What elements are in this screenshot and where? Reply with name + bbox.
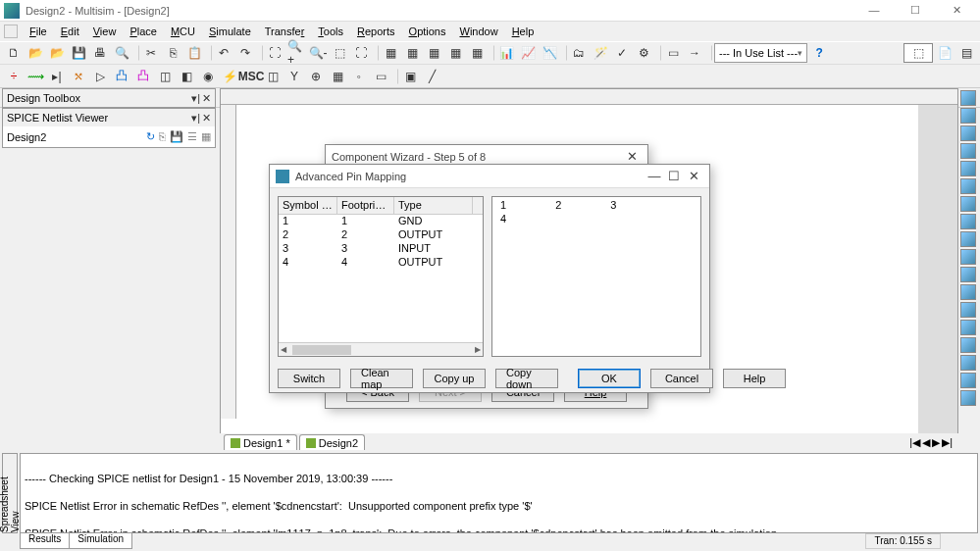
ivanalyzer-icon[interactable] bbox=[960, 267, 976, 282]
menu-mcu[interactable]: MCU bbox=[165, 24, 201, 39]
menu-options[interactable]: Options bbox=[403, 24, 452, 39]
logicconverter-icon[interactable] bbox=[960, 249, 976, 265]
netlist-design-item[interactable]: Design2 bbox=[7, 131, 46, 143]
logicanalyzer-icon[interactable] bbox=[960, 231, 976, 247]
wizard-icon[interactable]: 🪄 bbox=[591, 43, 610, 63]
excel-icon[interactable]: 📊 bbox=[496, 43, 516, 63]
electromech-icon[interactable]: ⊕ bbox=[306, 67, 326, 86]
connector-icon[interactable]: ◦ bbox=[349, 67, 369, 86]
labview-icon[interactable] bbox=[960, 373, 976, 388]
palette-icon[interactable]: ▦ bbox=[201, 130, 211, 143]
output-log[interactable]: ------ Checking SPICE netlist for Design… bbox=[20, 453, 978, 533]
sheet4-icon[interactable]: ▦ bbox=[445, 43, 465, 63]
ttl-icon[interactable]: 凸 bbox=[112, 67, 131, 86]
new-icon[interactable]: 🗋 bbox=[4, 43, 24, 63]
ni-icon[interactable]: ▦ bbox=[328, 67, 347, 86]
tab-design1[interactable]: Design1 * bbox=[224, 434, 297, 450]
dialog-close-icon[interactable]: ✕ bbox=[622, 149, 642, 164]
tab-simulation[interactable]: Simulation bbox=[69, 533, 132, 549]
table-row[interactable]: 11GND bbox=[279, 215, 483, 228]
multimeter-icon[interactable] bbox=[960, 90, 976, 106]
postproc-icon[interactable]: 📉 bbox=[540, 43, 559, 63]
ok-button[interactable]: OK bbox=[578, 369, 641, 388]
mixed-icon[interactable]: ◧ bbox=[177, 67, 196, 86]
table-row[interactable]: 22OUTPUT bbox=[279, 228, 483, 242]
tab-last-icon[interactable]: ▶| bbox=[942, 436, 953, 449]
sheet2-icon[interactable]: ▦ bbox=[402, 43, 422, 63]
open-icon[interactable]: 📂 bbox=[26, 43, 45, 63]
copy-down-button[interactable]: Copy down bbox=[495, 369, 558, 388]
cmos-icon[interactable]: 凸 bbox=[133, 67, 153, 86]
table-row[interactable]: 33INPUT bbox=[279, 242, 483, 256]
indicator-icon[interactable]: ◉ bbox=[198, 67, 218, 86]
panel-pin-icon[interactable]: ▾| bbox=[191, 112, 200, 125]
menu-place[interactable]: Place bbox=[124, 24, 163, 39]
help-icon[interactable]: ? bbox=[809, 43, 829, 63]
menu-help[interactable]: Help bbox=[506, 24, 541, 39]
mcu2-icon[interactable]: ▭ bbox=[371, 67, 390, 86]
bode-icon[interactable] bbox=[960, 178, 976, 194]
help-button[interactable]: Help bbox=[723, 369, 786, 388]
find-icon[interactable]: ☰ bbox=[187, 130, 197, 143]
tab-prev-icon[interactable]: ◀ bbox=[922, 436, 930, 449]
menu-reports[interactable]: Reports bbox=[351, 24, 401, 39]
ultiboard-icon[interactable]: ▭ bbox=[663, 43, 683, 63]
tab-next-icon[interactable]: ▶ bbox=[932, 436, 940, 449]
panel-pin-icon[interactable]: ▾| bbox=[191, 92, 200, 105]
maximize-icon[interactable]: ☐ bbox=[902, 4, 929, 17]
tab-design2[interactable]: Design2 bbox=[299, 434, 365, 450]
source-icon[interactable]: ÷ bbox=[4, 67, 24, 86]
current-probe-icon[interactable] bbox=[960, 390, 976, 406]
doc-icon[interactable]: 📄 bbox=[935, 43, 954, 63]
trigger-icon[interactable]: ⬚ bbox=[903, 43, 933, 63]
scope4ch-icon[interactable] bbox=[960, 161, 976, 176]
menu-file[interactable]: File bbox=[24, 24, 53, 39]
oscilloscope-icon[interactable] bbox=[960, 143, 976, 159]
table-row[interactable]: 44OUTPUT bbox=[279, 256, 483, 270]
forward-annotate-icon[interactable]: → bbox=[685, 43, 704, 63]
tek-icon[interactable] bbox=[960, 355, 976, 371]
zoomout-icon[interactable]: 🔍- bbox=[308, 43, 328, 63]
wordgen-icon[interactable] bbox=[960, 214, 976, 229]
analog-icon[interactable]: ▷ bbox=[90, 67, 110, 86]
tab-first-icon[interactable]: |◀ bbox=[909, 436, 920, 449]
clean-map-button[interactable]: Clean map bbox=[350, 369, 413, 388]
sheet5-icon[interactable]: ▦ bbox=[467, 43, 487, 63]
save2-icon[interactable]: 💾 bbox=[170, 130, 183, 143]
tab-results[interactable]: Results bbox=[20, 533, 70, 549]
rf-icon[interactable]: Y bbox=[284, 67, 304, 86]
db-icon[interactable]: 🗂 bbox=[569, 43, 589, 63]
distortion-icon[interactable] bbox=[960, 284, 976, 300]
pin-mapping-table[interactable]: Symbol pins Footprint ... Type 11GND 22O… bbox=[278, 196, 484, 357]
zoomarea-icon[interactable]: ⬚ bbox=[330, 43, 349, 63]
copy-up-button[interactable]: Copy up bbox=[423, 369, 486, 388]
grapher-icon[interactable]: 📈 bbox=[518, 43, 538, 63]
zoomin-icon[interactable]: 🔍+ bbox=[286, 43, 306, 63]
misc-icon[interactable]: MSC bbox=[241, 67, 261, 86]
sheet3-icon[interactable]: ▦ bbox=[424, 43, 443, 63]
dialog-minimize-icon[interactable]: — bbox=[645, 169, 664, 183]
sheet1-icon[interactable]: ▦ bbox=[381, 43, 400, 63]
panel-close-icon[interactable]: ✕ bbox=[202, 112, 211, 125]
menu-transfer[interactable]: Transfer bbox=[259, 24, 311, 39]
menu-simulate[interactable]: Simulate bbox=[203, 24, 257, 39]
save-icon[interactable]: 💾 bbox=[69, 43, 88, 63]
spectrum-icon[interactable] bbox=[960, 302, 976, 318]
funcgen-icon[interactable] bbox=[960, 108, 976, 124]
print-icon[interactable]: 🖶 bbox=[90, 43, 110, 63]
copy-icon[interactable]: ⎘ bbox=[163, 43, 182, 63]
misc-digital-icon[interactable]: ◫ bbox=[155, 67, 175, 86]
menu-window[interactable]: Window bbox=[453, 24, 503, 39]
freqcounter-icon[interactable] bbox=[960, 196, 976, 212]
menu-edit[interactable]: Edit bbox=[55, 24, 85, 39]
zoomfit-icon[interactable]: ⛶ bbox=[351, 43, 371, 63]
hierarchy-icon[interactable]: ▣ bbox=[400, 67, 420, 86]
transistor-icon[interactable]: ⤲ bbox=[69, 67, 88, 86]
minimize-icon[interactable]: — bbox=[860, 4, 888, 17]
pin-preview-grid[interactable]: 1 2 3 4 bbox=[491, 196, 701, 357]
fullscreen-icon[interactable]: ⛶ bbox=[265, 43, 284, 63]
dialog-close-icon[interactable]: ✕ bbox=[684, 169, 703, 183]
bus-icon[interactable]: ╱ bbox=[422, 67, 441, 86]
advanced-icon[interactable]: ◫ bbox=[263, 67, 283, 86]
wattmeter-icon[interactable] bbox=[960, 125, 976, 141]
